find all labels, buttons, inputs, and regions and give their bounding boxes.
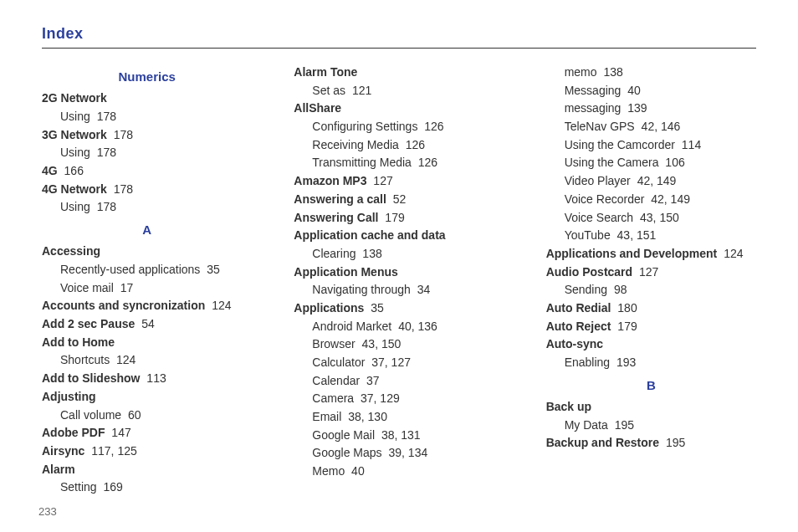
index-subterm: YouTube bbox=[565, 228, 611, 242]
index-subterm: Set as bbox=[312, 84, 345, 97]
index-pages: 179 bbox=[614, 320, 637, 333]
index-entry-l1: Audio Postcard 127 bbox=[546, 263, 756, 282]
index-subterm: Configuring Settings bbox=[312, 120, 417, 133]
index-term: Audio Postcard bbox=[546, 265, 632, 279]
index-entry-l2: Configuring Settings 126 bbox=[312, 118, 504, 136]
index-pages: 178 bbox=[94, 146, 116, 159]
index-entry-l2: Using the Camera 106 bbox=[565, 154, 756, 172]
index-subterm: Navigating through bbox=[312, 283, 411, 296]
index-subterm: Email bbox=[312, 410, 341, 423]
index-subterm: Enabling bbox=[565, 356, 611, 369]
index-pages: 117, 125 bbox=[88, 444, 136, 458]
index-pages: 17 bbox=[117, 281, 133, 294]
index-subterm: Calendar bbox=[312, 374, 360, 387]
index-entry-l2: Receiving Media 126 bbox=[312, 136, 504, 155]
page-title: Index bbox=[42, 25, 756, 49]
index-entry-l2: Voice Recorder 42, 149 bbox=[565, 191, 756, 209]
index-pages: 126 bbox=[415, 156, 437, 169]
index-entry-l2: Recently-used applications 35 bbox=[60, 261, 252, 279]
index-entry-l2: Memo 40 bbox=[312, 463, 504, 481]
index-pages: 180 bbox=[614, 301, 637, 315]
index-term: Auto-sync bbox=[546, 337, 603, 350]
index-pages: 37, 127 bbox=[368, 356, 411, 369]
index-columns: Numerics2G NetworkUsing 1783G Network 17… bbox=[42, 64, 756, 497]
index-subterm: Google Mail bbox=[312, 428, 375, 442]
index-entry-l2: Navigating through 34 bbox=[312, 281, 504, 299]
index-pages: 37 bbox=[363, 374, 379, 387]
index-subterm: My Data bbox=[565, 418, 608, 432]
section-heading: Numerics bbox=[42, 67, 252, 86]
index-term: Accessing bbox=[42, 244, 100, 258]
index-term: Auto Reject bbox=[546, 320, 611, 333]
section-heading: A bbox=[42, 220, 252, 239]
index-subterm: messaging bbox=[565, 101, 622, 115]
index-pages: 52 bbox=[390, 192, 406, 206]
index-pages: 179 bbox=[381, 211, 404, 224]
index-entry-l2: messaging 139 bbox=[565, 100, 756, 118]
index-term: Auto Redial bbox=[546, 301, 611, 315]
index-term: Add to Home bbox=[42, 335, 115, 349]
index-term: Amazon MP3 bbox=[294, 174, 366, 187]
index-subterm: Browser bbox=[312, 337, 355, 350]
index-entry-l1: Application cache and data bbox=[294, 227, 504, 245]
index-term: Add 2 sec Pause bbox=[42, 317, 135, 330]
index-pages: 195 bbox=[662, 436, 685, 449]
column-2: Alarm ToneSet as 121AllShareConfiguring … bbox=[294, 64, 504, 497]
index-entry-l2: Transmitting Media 126 bbox=[312, 154, 504, 172]
index-pages: 43, 151 bbox=[614, 228, 657, 242]
index-entry-l2: Enabling 193 bbox=[565, 354, 756, 372]
index-entry-l2: Google Maps 39, 134 bbox=[312, 444, 504, 463]
index-subterm: Setting bbox=[60, 480, 97, 494]
index-pages: 126 bbox=[421, 120, 443, 133]
index-subterm: Voice Recorder bbox=[565, 192, 645, 206]
index-term: Alarm Tone bbox=[294, 65, 357, 79]
index-term: Airsync bbox=[42, 444, 84, 458]
index-subterm: Voice Search bbox=[565, 211, 634, 224]
index-pages: 42, 149 bbox=[634, 174, 677, 187]
index-pages: 178 bbox=[94, 110, 116, 123]
index-entry-l2: Calendar 37 bbox=[312, 372, 504, 391]
index-entry-l1: Answering a call 52 bbox=[294, 191, 504, 209]
section-heading: B bbox=[546, 376, 756, 395]
index-subterm: Calculator bbox=[312, 356, 365, 369]
index-entry-l2: Voice mail 17 bbox=[60, 279, 252, 298]
index-pages: 178 bbox=[110, 182, 133, 196]
index-subterm: Voice mail bbox=[60, 281, 114, 294]
index-entry-l2: My Data 195 bbox=[565, 417, 756, 435]
index-pages: 43, 150 bbox=[359, 337, 402, 350]
index-entry-l1: 2G Network bbox=[42, 90, 252, 108]
index-subterm: Using bbox=[60, 200, 90, 213]
index-pages: 166 bbox=[61, 164, 84, 177]
index-term: Alarm bbox=[42, 463, 75, 476]
index-subterm: Recently-used applications bbox=[60, 263, 200, 276]
index-pages: 124 bbox=[113, 353, 136, 366]
index-entry-l2: Using the Camcorder 114 bbox=[565, 136, 756, 155]
index-term: Add to Slideshow bbox=[42, 371, 140, 385]
index-entry-l1: Alarm Tone bbox=[294, 64, 504, 82]
index-entry-l1: Add to Home bbox=[42, 334, 252, 352]
index-subterm: Android Market bbox=[312, 320, 391, 333]
index-entry-l1: Backup and Restore 195 bbox=[546, 434, 756, 453]
index-pages: 127 bbox=[370, 174, 392, 187]
index-entry-l1: Adjusting bbox=[42, 388, 252, 407]
index-entry-l2: Calculator 37, 127 bbox=[312, 354, 504, 372]
index-subterm: TeleNav GPS bbox=[565, 120, 635, 133]
index-subterm: memo bbox=[565, 65, 597, 79]
index-entry-l1: AllShare bbox=[294, 100, 504, 118]
index-subterm: Messaging bbox=[565, 84, 622, 97]
page-content: Index Numerics2G NetworkUsing 1783G Netw… bbox=[0, 0, 798, 532]
index-pages: 38, 130 bbox=[345, 410, 387, 423]
index-entry-l1: Auto Redial 180 bbox=[546, 299, 756, 318]
index-entry-l1: Amazon MP3 127 bbox=[294, 172, 504, 191]
index-entry-l2: Set as 121 bbox=[312, 82, 504, 100]
index-entry-l2: Call volume 60 bbox=[60, 407, 252, 425]
index-entry-l1: 3G Network 178 bbox=[42, 126, 252, 145]
index-pages: 195 bbox=[611, 418, 634, 432]
index-entry-l1: Add to Slideshow 113 bbox=[42, 370, 252, 388]
index-entry-l2: Using 178 bbox=[60, 144, 252, 162]
index-term: AllShare bbox=[294, 101, 341, 115]
index-entry-l1: 4G Network 178 bbox=[42, 181, 252, 199]
index-pages: 121 bbox=[349, 84, 371, 97]
index-pages: 138 bbox=[359, 247, 381, 260]
index-subterm: Clearing bbox=[312, 247, 356, 260]
